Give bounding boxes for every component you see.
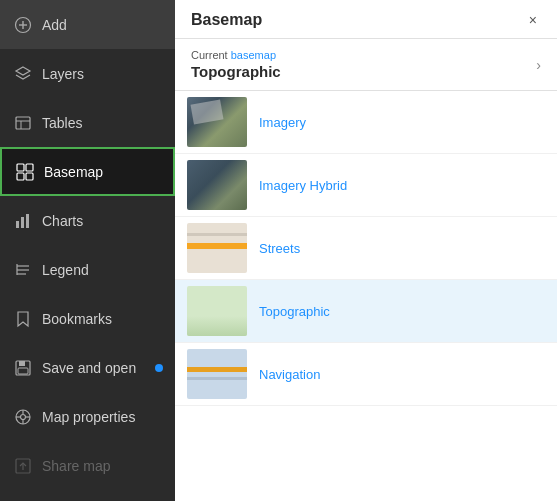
layers-icon	[14, 65, 32, 83]
close-button[interactable]: ×	[525, 10, 541, 30]
current-basemap-section[interactable]: Current basemap Topographic ›	[175, 39, 557, 91]
svg-marker-3	[16, 67, 30, 75]
svg-rect-4	[16, 117, 30, 129]
charts-icon	[14, 212, 32, 230]
basemap-item-streets[interactable]: Streets	[175, 217, 557, 280]
bookmarks-icon	[14, 310, 32, 328]
basemap-item-navigation[interactable]: Navigation	[175, 343, 557, 406]
legend-icon	[14, 261, 32, 279]
basemap-name-navigation: Navigation	[259, 367, 320, 382]
basemap-name-imagery-hybrid: Imagery Hybrid	[259, 178, 347, 193]
sidebar-item-share-label: Share map	[42, 458, 110, 474]
svg-point-22	[21, 414, 26, 419]
basemap-thumb-imagery-hybrid	[187, 160, 247, 210]
sidebar-item-tables[interactable]: Tables	[0, 98, 175, 147]
basemap-item-imagery[interactable]: Imagery	[175, 91, 557, 154]
sidebar-item-bookmarks-label: Bookmarks	[42, 311, 112, 327]
svg-rect-10	[26, 173, 33, 180]
basemap-thumb-imagery	[187, 97, 247, 147]
sidebar-item-save-and-open[interactable]: Save and open	[0, 343, 175, 392]
sidebar-item-add-label: Add	[42, 17, 67, 33]
basemap-thumb-topographic	[187, 286, 247, 336]
sidebar-item-charts-label: Charts	[42, 213, 83, 229]
basemap-list: Imagery Imagery Hybrid Streets Topograph…	[175, 91, 557, 501]
tables-icon	[14, 114, 32, 132]
sidebar-item-basemap-label: Basemap	[44, 164, 103, 180]
sidebar-item-legend-label: Legend	[42, 262, 89, 278]
basemap-item-imagery-hybrid[interactable]: Imagery Hybrid	[175, 154, 557, 217]
sidebar-item-tables-label: Tables	[42, 115, 82, 131]
svg-rect-8	[26, 164, 33, 171]
sidebar-item-legend[interactable]: Legend	[0, 245, 175, 294]
basemap-thumb-navigation	[187, 349, 247, 399]
current-basemap-label: Current basemap	[191, 49, 281, 61]
svg-rect-13	[26, 214, 29, 228]
save-notification-dot	[155, 364, 163, 372]
basemap-name-streets: Streets	[259, 241, 300, 256]
basemap-name-topographic: Topographic	[259, 304, 330, 319]
basemap-panel: Basemap × Current basemap Topographic › …	[175, 0, 557, 501]
sidebar-item-add[interactable]: Add	[0, 0, 175, 49]
basemap-item-topographic[interactable]: Topographic	[175, 280, 557, 343]
svg-rect-12	[21, 217, 24, 228]
panel-header: Basemap ×	[175, 0, 557, 39]
save-icon	[14, 359, 32, 377]
basemap-name-imagery: Imagery	[259, 115, 306, 130]
svg-rect-9	[17, 173, 24, 180]
map-props-icon	[14, 408, 32, 426]
sidebar-item-map-properties[interactable]: Map properties	[0, 392, 175, 441]
current-basemap-label-highlight: basemap	[231, 49, 276, 61]
sidebar-item-save-label: Save and open	[42, 360, 136, 376]
panel-title: Basemap	[191, 11, 262, 29]
share-icon	[14, 457, 32, 475]
sidebar-item-charts[interactable]: Charts	[0, 196, 175, 245]
current-basemap-name: Topographic	[191, 63, 281, 80]
sidebar: Add Layers Tables	[0, 0, 175, 501]
sidebar-item-layers-label: Layers	[42, 66, 84, 82]
sidebar-item-map-props-label: Map properties	[42, 409, 135, 425]
sidebar-item-share-map[interactable]: Share map	[0, 441, 175, 490]
svg-rect-20	[18, 368, 28, 374]
basemap-thumb-streets	[187, 223, 247, 273]
svg-rect-11	[16, 221, 19, 228]
svg-rect-7	[17, 164, 24, 171]
add-icon	[14, 16, 32, 34]
svg-rect-19	[19, 361, 25, 366]
current-basemap-content: Current basemap Topographic	[191, 49, 281, 80]
basemap-icon	[16, 163, 34, 181]
sidebar-item-bookmarks[interactable]: Bookmarks	[0, 294, 175, 343]
sidebar-item-basemap[interactable]: Basemap	[0, 147, 175, 196]
sidebar-item-layers[interactable]: Layers	[0, 49, 175, 98]
chevron-right-icon: ›	[536, 57, 541, 73]
